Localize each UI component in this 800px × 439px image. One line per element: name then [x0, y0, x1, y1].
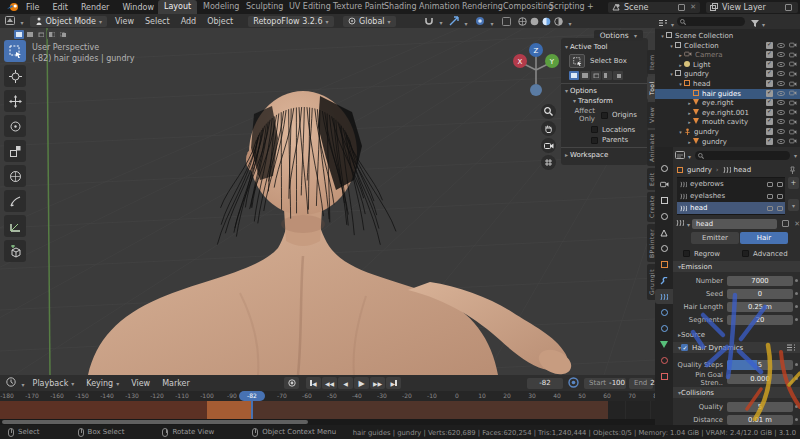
menu-marker[interactable]: Marker	[162, 379, 190, 388]
visibility-toggles[interactable]: ✓	[766, 99, 797, 106]
emission-section[interactable]: Emission	[673, 261, 800, 272]
quality-steps-slider[interactable]: 5	[727, 360, 793, 370]
advanced-checkbox[interactable]	[742, 250, 749, 257]
animate-dot[interactable]	[795, 292, 798, 295]
shading-material-icon[interactable]	[542, 17, 551, 28]
tool-scale[interactable]	[4, 140, 26, 162]
tool-move[interactable]	[4, 90, 26, 112]
tool-rotate[interactable]	[4, 115, 26, 137]
transform-section[interactable]: Transform	[573, 97, 644, 105]
tab-modeling[interactable]: Modeling	[197, 0, 245, 14]
pin-icon[interactable]	[789, 166, 796, 174]
camera-toggle-icon[interactable]	[777, 182, 783, 187]
properties-tab-data-icon[interactable]	[655, 337, 673, 352]
collisions-section[interactable]: Collisions	[673, 387, 800, 398]
scrollbar-handle[interactable]	[2, 420, 308, 424]
animate-dot[interactable]	[795, 305, 798, 308]
tool-cursor[interactable]	[4, 65, 26, 87]
add-workspace-button[interactable]: +	[581, 0, 600, 14]
expander-icon[interactable]: ▾	[677, 129, 684, 135]
panel-select-intersect-icon[interactable]	[613, 71, 623, 80]
view-layer-selector[interactable]: View Layer	[706, 2, 798, 13]
proportional-edit-icon[interactable]	[449, 16, 468, 28]
outliner-row-camera[interactable]: ▸Camera✓	[655, 50, 800, 60]
select-box-tool-icon[interactable]	[569, 54, 585, 68]
tab-edit[interactable]: Edit	[647, 168, 655, 190]
properties-tab-render-icon[interactable]	[655, 177, 673, 192]
menu-view[interactable]: View	[131, 379, 150, 388]
particle-specials-icon[interactable]: ▾	[788, 199, 799, 211]
jump-to-end-button[interactable]: ▶	[386, 377, 401, 389]
menu-add[interactable]: Add	[181, 17, 197, 26]
visibility-toggles[interactable]: ✓	[766, 138, 797, 145]
menu-view[interactable]: View	[115, 17, 134, 26]
select-mode-new-icon[interactable]	[14, 30, 24, 39]
expander-icon[interactable]: ▾	[668, 71, 675, 77]
outliner-row-gundry[interactable]: ▾gundry✓	[655, 69, 800, 79]
visibility-toggles[interactable]: ✓	[766, 70, 797, 77]
tab-item[interactable]: Item	[647, 50, 655, 74]
camera-view-icon[interactable]	[541, 138, 556, 153]
properties-tab-tool-icon[interactable]	[655, 161, 673, 176]
expander-icon[interactable]: ▸	[677, 62, 684, 68]
pin-goal-slider[interactable]: 0.000	[727, 374, 793, 384]
animate-dot[interactable]	[795, 363, 798, 366]
animate-dot[interactable]	[795, 418, 798, 421]
outliner-row-mouth-cavity[interactable]: ▸mouth cavity✓	[655, 117, 800, 127]
outliner-row-eye-right[interactable]: ▸eye.right✓	[655, 98, 800, 108]
scene-selector[interactable]: Scene ✕	[608, 2, 700, 13]
playhead-handle[interactable]: -82	[239, 391, 265, 401]
navigation-gizmo[interactable]: Z X Y	[513, 40, 559, 102]
current-frame-field[interactable]: -82	[527, 378, 563, 389]
toggle-perspective-icon[interactable]	[541, 155, 556, 170]
menu-object[interactable]: Object	[207, 17, 233, 26]
menu-select[interactable]: Select	[145, 17, 170, 26]
workspace-section[interactable]: Workspace	[565, 151, 644, 159]
viewport-3d[interactable]: User Perspective (-82) hair guides | gun…	[0, 28, 655, 375]
visibility-toggles[interactable]: ✓	[766, 109, 797, 116]
outliner-row-head[interactable]: ▾head✓	[655, 79, 800, 89]
new-scene-icon[interactable]	[678, 4, 685, 11]
xray-toggle-icon[interactable]	[502, 17, 511, 28]
outliner-row-gundry[interactable]: ▾gundry✓	[655, 127, 800, 137]
shading-rendered-icon[interactable]	[554, 17, 572, 28]
origins-checkbox[interactable]	[601, 112, 608, 119]
tool-annotate[interactable]	[4, 190, 26, 212]
expander-icon[interactable]: ▸	[686, 139, 693, 145]
tool-add-cube[interactable]	[4, 240, 26, 262]
tool-measure[interactable]	[4, 215, 26, 237]
expander-icon[interactable]: ▸	[686, 110, 693, 116]
menu-keying[interactable]: Keying	[86, 379, 119, 388]
timeline-ruler[interactable]: -180-170-160-150-140-130-120-110-100-90-…	[0, 391, 655, 401]
record-button[interactable]	[284, 377, 299, 389]
start-frame-field[interactable]: Start -100	[584, 378, 626, 389]
properties-tab-texture-icon[interactable]	[655, 369, 673, 384]
properties-tab-world-icon[interactable]	[655, 241, 673, 256]
shading-wireframe-icon[interactable]	[518, 17, 527, 28]
camera-toggle-icon[interactable]	[777, 194, 783, 199]
outliner-row-gundry[interactable]: ▸gundry✓	[655, 137, 800, 147]
visibility-toggles[interactable]: ✓	[766, 42, 797, 49]
fake-user-icon[interactable]	[782, 220, 789, 227]
expander-icon[interactable]: ▸	[686, 119, 693, 125]
topbar-menu-item[interactable]: File	[26, 3, 39, 12]
end-frame-field[interactable]: End 250	[629, 378, 653, 389]
presets-icon[interactable]	[787, 344, 795, 351]
zoom-view-icon[interactable]	[541, 104, 556, 119]
outliner-search-input[interactable]	[677, 17, 745, 26]
parents-checkbox[interactable]	[591, 137, 598, 144]
tab-view[interactable]: View	[647, 102, 655, 128]
editor-type-icon[interactable]	[5, 16, 24, 27]
visibility-toggles[interactable]: ✓	[766, 80, 797, 87]
tab-tool[interactable]: Tool	[647, 76, 655, 100]
emitter-toggle-button[interactable]: Emitter	[691, 232, 739, 244]
tab-bpainter[interactable]: BPainter	[647, 224, 655, 262]
properties-tab-particles-icon[interactable]	[655, 289, 673, 304]
animate-dot[interactable]	[795, 405, 798, 408]
hair-dynamics-section[interactable]: Hair Dynamics	[673, 342, 800, 353]
animate-dot[interactable]	[795, 377, 798, 380]
tool-select-box[interactable]	[4, 40, 26, 62]
panel-select-invert-icon[interactable]	[602, 71, 612, 80]
gizmo-z-label[interactable]: Z	[534, 47, 539, 55]
jump-to-start-button[interactable]: ◀	[306, 377, 321, 389]
